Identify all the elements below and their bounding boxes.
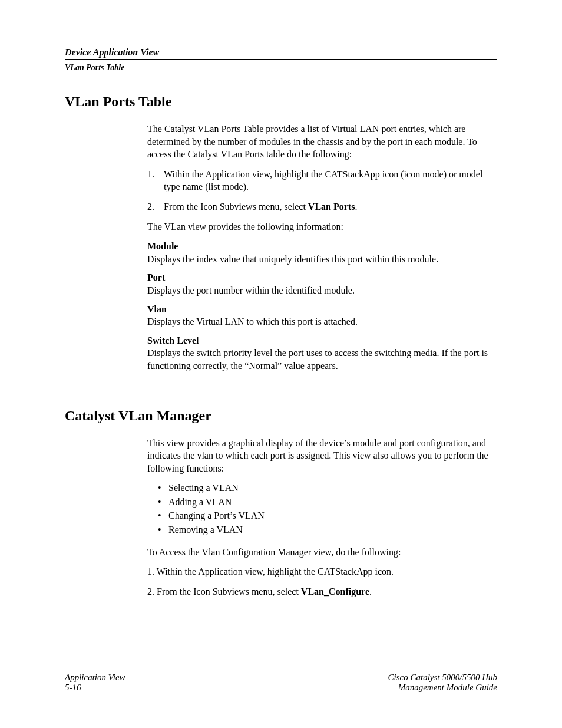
list-item: • Selecting a VLAN (158, 482, 497, 495)
step2-prefix: 2. From the Icon Subviews menu, select (147, 587, 301, 597)
footer-left: Application View 5-16 (65, 673, 125, 693)
field-switch-label: Switch Level (147, 334, 497, 347)
running-header-title: Device Application View (65, 47, 497, 58)
field-module-label: Module (147, 240, 497, 253)
bullet-icon: • (158, 523, 168, 536)
bullet-text: Changing a Port’s VLAN (168, 509, 265, 522)
field-port-desc: Displays the port number within the iden… (147, 284, 497, 297)
step-number: 1. (147, 168, 164, 193)
bullet-list: • Selecting a VLAN • Adding a VLAN • Cha… (158, 482, 497, 536)
footer-rule (65, 670, 497, 670)
list-item: • Changing a Port’s VLAN (158, 509, 497, 522)
list-item: • Adding a VLAN (158, 496, 497, 509)
footer-right-line2: Management Module Guide (388, 683, 497, 693)
bullet-icon: • (158, 482, 168, 495)
section2-step2: 2. From the Icon Subviews menu, select V… (147, 585, 497, 598)
step2-bold: VLan_Configure (301, 587, 369, 597)
step2-prefix: From the Icon Subviews menu, select (164, 202, 308, 212)
step2-bold: VLan Ports (308, 202, 355, 212)
page-footer: Application View 5-16 Cisco Catalyst 500… (65, 670, 497, 693)
footer-left-line1: Application View (65, 673, 125, 683)
section-title-catalyst-vlan-manager: Catalyst VLan Manager (65, 408, 497, 424)
step2-suffix: . (355, 202, 357, 212)
field-port-label: Port (147, 271, 497, 284)
running-header-subtitle: VLan Ports Table (65, 61, 497, 73)
section2-step1: 1. Within the Application view, highligh… (147, 565, 497, 578)
section2-content: This view provides a graphical display o… (147, 437, 497, 598)
field-vlan-label: Vlan (147, 303, 497, 316)
field-module-desc: Displays the index value that uniquely i… (147, 253, 497, 266)
bullet-text: Removing a VLAN (168, 523, 243, 536)
bullet-text: Adding a VLAN (168, 496, 232, 509)
step-number: 2. (147, 200, 164, 213)
step-text: From the Icon Subviews menu, select VLan… (164, 200, 497, 213)
footer-row: Application View 5-16 Cisco Catalyst 500… (65, 673, 497, 693)
bullet-icon: • (158, 509, 168, 522)
footer-left-line2: 5-16 (65, 683, 125, 693)
footer-right: Cisco Catalyst 5000/5500 Hub Management … (388, 673, 497, 693)
section1-following: The VLan view provides the following inf… (147, 220, 497, 233)
section1-content: The Catalyst VLan Ports Table provides a… (147, 123, 497, 373)
bullet-text: Selecting a VLAN (168, 482, 239, 495)
section1-step1: 1. Within the Application view, highligh… (147, 168, 497, 193)
field-switch-desc: Displays the switch priority level the p… (147, 347, 497, 372)
section1-intro: The Catalyst VLan Ports Table provides a… (147, 123, 497, 161)
step-text: Within the Application view, highlight t… (164, 168, 497, 193)
list-item: • Removing a VLAN (158, 523, 497, 536)
footer-right-line1: Cisco Catalyst 5000/5500 Hub (388, 673, 497, 683)
section2-intro: This view provides a graphical display o… (147, 437, 497, 475)
field-vlan-desc: Displays the Virtual LAN to which this p… (147, 315, 497, 328)
section2-access: To Access the Vlan Configuration Manager… (147, 546, 497, 559)
section1-step2: 2. From the Icon Subviews menu, select V… (147, 200, 497, 213)
bullet-icon: • (158, 496, 168, 509)
header-rule (65, 59, 497, 60)
section-title-vlan-ports-table: VLan Ports Table (65, 94, 497, 110)
step2-suffix: . (369, 587, 372, 597)
